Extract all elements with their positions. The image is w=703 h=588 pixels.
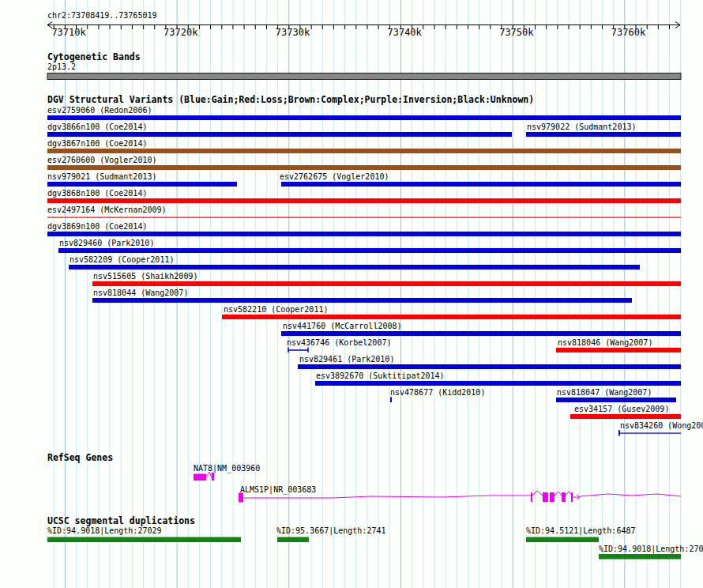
genome-browser: chr2:73708419..73765019 Cytogenetic Band… <box>0 0 703 588</box>
section-header-segdup: UCSC segmental duplications <box>47 516 195 526</box>
segdup-bar[interactable] <box>47 537 241 543</box>
variant-bar[interactable] <box>47 198 681 203</box>
variant-bar[interactable] <box>47 182 237 187</box>
variant-bar[interactable] <box>390 398 392 403</box>
gene-label[interactable]: ALMS1P|NR_003683 <box>240 485 316 495</box>
cytoband-label: 2p13.2 <box>47 62 76 72</box>
gene-strand-arrow-icon[interactable] <box>573 495 580 499</box>
variant-label[interactable]: dgv3867n100 (Coe2014) <box>47 139 147 149</box>
variant-label[interactable]: esv2762675 (Vogler2010) <box>280 172 389 182</box>
variant-label[interactable]: nsv818046 (Wang2007) <box>558 338 652 348</box>
segdup-bar[interactable] <box>526 537 599 543</box>
variant-bar[interactable] <box>47 232 681 236</box>
variant-label[interactable]: dgv3868n100 (Coe2014) <box>47 189 147 198</box>
gene-glyph-alms1p[interactable] <box>580 494 681 496</box>
variant-bar[interactable] <box>618 433 681 434</box>
gene-glyph-alms1p[interactable] <box>243 496 531 498</box>
ruler-tick-label: 73760k <box>611 28 645 38</box>
variant-bar[interactable] <box>315 381 681 386</box>
ruler-tick-label: 73740k <box>387 28 421 38</box>
cytoband[interactable] <box>47 74 681 80</box>
variant-label[interactable]: dgv3866n100 (Coe2014) <box>47 122 147 132</box>
variant-bar[interactable] <box>222 315 681 319</box>
variant-label[interactable]: nsv829461 (Park2010) <box>299 355 394 364</box>
variant-label[interactable]: nsv478677 (Kidd2010) <box>390 388 485 398</box>
variant-bar[interactable] <box>47 132 512 137</box>
segdup-label[interactable]: %ID:95.3667|Length:2741 <box>276 526 385 536</box>
gene-glyph-alms1p[interactable] <box>555 492 562 496</box>
gene-glyph-alms1p[interactable] <box>543 492 548 502</box>
variant-bar[interactable] <box>526 132 681 137</box>
variant-bar[interactable] <box>288 348 308 353</box>
ruler-tick-label: 73710k <box>51 28 85 38</box>
gene-glyph-alms1p[interactable] <box>532 491 543 496</box>
variant-label[interactable]: nsv834260 (Wong2007) <box>620 421 703 431</box>
segdup-label[interactable]: %ID:94.9018|Length:27029 <box>47 526 162 536</box>
variant-bar[interactable] <box>556 398 676 402</box>
section-header-cytogenetic: Cytogenetic Bands <box>47 52 141 62</box>
variant-label[interactable]: nsv441760 (McCarroll2008) <box>283 322 402 331</box>
variant-label[interactable]: esv3892670 (Suktitipat2014) <box>316 371 445 381</box>
variant-bar[interactable] <box>92 281 681 286</box>
variant-bar[interactable] <box>281 182 681 187</box>
variant-label[interactable]: nsv818047 (Wang2007) <box>557 388 652 398</box>
variant-bar[interactable] <box>298 364 681 369</box>
ruler-tick-label: 73750k <box>499 28 533 38</box>
variant-label[interactable]: nsv436746 (Korbel2007) <box>287 338 391 348</box>
gene-glyph-nat8[interactable] <box>212 473 214 481</box>
variant-label[interactable]: nsv515605 (Shaikh2009) <box>93 272 197 281</box>
gene-glyph-nat8[interactable] <box>194 474 206 481</box>
gene-glyph-alms1p[interactable] <box>571 492 573 502</box>
gene-glyph-alms1p[interactable] <box>562 492 566 502</box>
variant-label[interactable]: dgv3869n100 (Coe2014) <box>47 222 147 232</box>
variant-label[interactable]: nsv979022 (Sudmant2013) <box>527 122 636 132</box>
variant-bar[interactable] <box>47 217 681 218</box>
variant-bar[interactable] <box>47 165 681 170</box>
variant-bar[interactable] <box>92 298 632 303</box>
ruler-tick-label: 73730k <box>276 28 310 38</box>
variant-label[interactable]: nsv582210 (Cooper2011) <box>224 305 328 315</box>
variant-label[interactable]: nsv829460 (Park2010) <box>59 239 154 248</box>
variant-label[interactable]: esv2760600 (Vogler2010) <box>47 156 156 165</box>
gene-glyph-alms1p[interactable] <box>550 492 555 502</box>
variant-bar[interactable] <box>47 115 681 120</box>
section-header-dgv: DGV Structural Variants (Blue:Gain;Red:L… <box>47 95 534 105</box>
gene-glyph-alms1p[interactable] <box>531 492 532 502</box>
gene-label[interactable]: NAT8|NM_003960 <box>194 464 260 473</box>
segdup-label[interactable]: %ID:94.5121|Length:6487 <box>526 526 635 536</box>
region-title: chr2:73708419..73765019 <box>47 11 156 21</box>
variant-label[interactable]: nsv979021 (Sudmant2013) <box>47 172 156 182</box>
variant-bar[interactable] <box>69 265 640 270</box>
variant-bar[interactable] <box>556 348 681 352</box>
segdup-bar[interactable] <box>277 537 309 543</box>
variant-label[interactable]: nsv818044 (Wang2007) <box>93 288 188 298</box>
ruler-tick-label: 73720k <box>164 28 197 38</box>
segdup-bar[interactable] <box>599 554 681 560</box>
variant-bar[interactable] <box>58 248 681 253</box>
variant-label[interactable]: esv34157 (Gusev2009) <box>574 405 669 414</box>
variant-bar[interactable] <box>570 414 681 419</box>
variant-bar[interactable] <box>47 149 681 153</box>
variant-bar[interactable] <box>281 331 681 336</box>
variant-label[interactable]: esv2759060 (Redon2006) <box>47 106 152 115</box>
section-header-refseq: RefSeq Genes <box>47 453 113 463</box>
variant-label[interactable]: nsv582209 (Cooper2011) <box>70 255 174 265</box>
segdup-label[interactable]: %ID:94.9018|Length:27029 <box>599 545 703 554</box>
variant-label[interactable]: esv2497164 (McKernan2009) <box>47 205 167 215</box>
